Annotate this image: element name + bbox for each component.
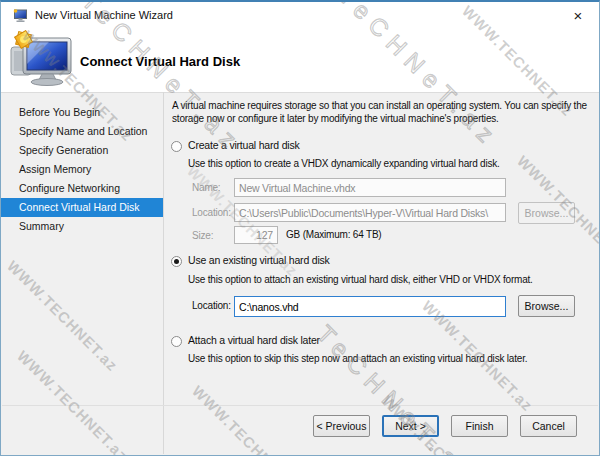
title-bar: New Virtual Machine Wizard ×: [1, 2, 599, 30]
new-vm-icon: [10, 30, 74, 88]
app-icon: [13, 9, 29, 23]
existing-location-input[interactable]: [234, 296, 506, 317]
browse-button[interactable]: Browse...: [518, 295, 575, 317]
existing-description: Use this option to attach an existing vi…: [188, 274, 533, 285]
radio-later-label[interactable]: Attach a virtual hard disk later: [188, 334, 320, 346]
sidebar-item-assign-memory[interactable]: Assign Memory: [1, 160, 163, 179]
sidebar-item-configure-networking[interactable]: Configure Networking: [1, 179, 163, 198]
footer-divider: [2, 405, 598, 406]
create-description: Use this option to create a VHDX dynamic…: [188, 158, 500, 169]
window-title: New Virtual Machine Wizard: [35, 9, 173, 21]
radio-create-label[interactable]: Create a virtual hard disk: [188, 139, 300, 151]
wizard-header: Connect Virtual Hard Disk: [2, 30, 598, 92]
radio-existing-label[interactable]: Use an existing virtual hard disk: [188, 254, 330, 266]
sidebar-divider: [163, 92, 164, 454]
previous-button[interactable]: < Previous: [313, 415, 370, 437]
size-suffix: GB (Maximum: 64 TB): [286, 229, 381, 240]
cancel-button[interactable]: Cancel: [520, 415, 577, 437]
page-title: Connect Virtual Hard Disk: [80, 54, 240, 69]
size-label: Size:: [192, 230, 213, 241]
intro-text: A virtual machine requires storage so th…: [172, 99, 593, 125]
sidebar-item-connect-virtual-hard-disk[interactable]: Connect Virtual Hard Disk: [1, 198, 163, 217]
wizard-window: New Virtual Machine Wizard ×: [0, 0, 600, 456]
radio-attach-later[interactable]: [171, 336, 182, 347]
name-input: [234, 178, 506, 197]
location-input-disabled: [234, 203, 506, 222]
name-label: Name:: [192, 182, 220, 193]
sidebar-item-specify-generation[interactable]: Specify Generation: [1, 141, 163, 160]
finish-button[interactable]: Finish: [451, 415, 508, 437]
sidebar-item-specify-name-and-location[interactable]: Specify Name and Location: [1, 122, 163, 141]
size-input: [234, 226, 278, 244]
sidebar-item-before-you-begin[interactable]: Before You Begin: [1, 103, 163, 122]
next-button[interactable]: Next >: [382, 415, 439, 437]
location-label-existing: Location:: [192, 300, 231, 311]
radio-use-existing-disk[interactable]: [171, 256, 182, 267]
close-button[interactable]: ×: [563, 4, 593, 28]
later-description: Use this option to skip this step now an…: [188, 353, 527, 364]
location-label-disabled: Location:: [192, 207, 231, 218]
radio-create-virtual-hard-disk[interactable]: [171, 141, 182, 152]
sidebar-item-summary[interactable]: Summary: [1, 217, 163, 236]
browse-button-disabled: Browse...: [518, 202, 575, 224]
